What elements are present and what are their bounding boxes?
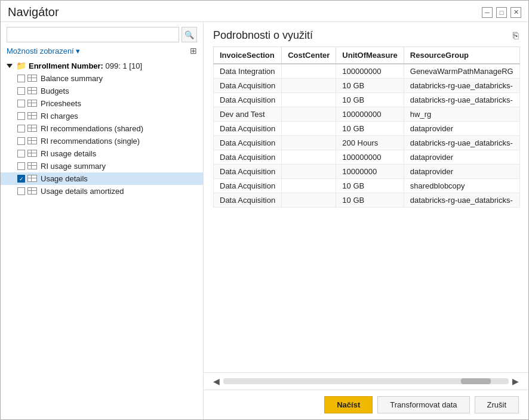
tree-items: Balance summaryBudgetsPricesheetsRI char… <box>1 72 203 197</box>
item-label-ri-charges: RI charges <box>41 112 78 121</box>
checkbox-balance-summary[interactable] <box>17 75 25 82</box>
table-cell-r4-c2: 10 GB <box>336 122 404 136</box>
col-header-unitofmeasure: UnitOfMeasure <box>336 47 404 64</box>
table-cell-r1-c3: databricks-rg-uae_databricks- <box>404 79 519 93</box>
table-cell-r6-c2: 100000000 <box>336 150 404 165</box>
tree-item-balance-summary[interactable]: Balance summary <box>1 72 203 85</box>
options-label[interactable]: Možnosti zobrazení ▾ <box>7 47 80 55</box>
table-cell-r0-c2: 100000000 <box>336 64 404 79</box>
item-label-ri-usage-summary: RI usage summary <box>41 162 106 171</box>
table-cell-r6-c0: Data Acquisition <box>214 150 282 165</box>
enrollment-root[interactable]: 📁 Enrollment Number: 099: 1 [10] <box>1 59 203 72</box>
search-button[interactable]: 🔍 <box>182 27 197 42</box>
export-icon[interactable]: ⎘ <box>513 30 519 41</box>
search-row: 🔍 <box>1 27 203 46</box>
tree-item-ri-recommendations-single[interactable]: RI recommendations (single) <box>1 135 203 147</box>
tree-item-usage-details-amortized[interactable]: Usage details amortized <box>1 185 203 197</box>
item-label-ri-recommendations-shared: RI recommendations (shared) <box>41 124 143 133</box>
item-label-ri-usage-details: RI usage details <box>41 149 96 158</box>
table-cell-r2-c0: Data Acquisition <box>214 93 282 107</box>
checkbox-budgets[interactable] <box>17 87 25 95</box>
table-cell-r6-c3: dataprovider <box>404 150 519 165</box>
enrollment-label: Enrollment Number: 099: 1 [10] <box>29 61 142 70</box>
table-cell-r0-c1 <box>282 64 336 79</box>
checkbox-ri-usage-summary[interactable] <box>17 162 25 170</box>
table-icon <box>27 162 38 170</box>
table-wrapper[interactable]: InvoiceSectionCostCenterUnitOfMeasureRes… <box>204 47 528 372</box>
table-cell-r3-c1 <box>282 107 336 122</box>
table-icon <box>27 150 38 158</box>
scroll-right-arrow[interactable]: ▶ <box>512 376 519 386</box>
checkbox-usage-details[interactable]: ✓ <box>17 175 25 183</box>
table-row: Data Acquisition10 GBdatabricks-rg-uae_d… <box>214 93 520 107</box>
right-panel: Podrobnosti o využití ⎘ InvoiceSectionCo… <box>204 22 528 419</box>
checkbox-usage-details-amortized[interactable] <box>17 187 25 195</box>
options-row: Možnosti zobrazení ▾ ⊞ <box>1 46 203 59</box>
table-cell-r8-c1 <box>282 179 336 193</box>
col-header-resourcegroup: ResourceGroup <box>404 47 519 64</box>
table-cell-r5-c0: Data Acquisition <box>214 136 282 150</box>
table-cell-r8-c3: sharedblobcopy <box>404 179 519 193</box>
table-row: Data Acquisition100000000dataprovider <box>214 150 520 165</box>
tree-item-pricesheets[interactable]: Pricesheets <box>1 97 203 110</box>
tree-item-ri-usage-details[interactable]: RI usage details <box>1 147 203 160</box>
table-row: Data Acquisition10 GBdatabricks-rg-uae_d… <box>214 193 520 208</box>
item-label-usage-details: Usage details <box>41 174 88 183</box>
tree-item-usage-details[interactable]: ✓Usage details <box>1 172 203 185</box>
table-cell-r0-c0: Data Integration <box>214 64 282 79</box>
table-cell-r8-c0: Data Acquisition <box>214 179 282 193</box>
minimize-button[interactable]: ─ <box>482 7 493 18</box>
table-cell-r1-c2: 10 GB <box>336 79 404 93</box>
table-row: Data Integration100000000GenevaWarmPathM… <box>214 64 520 79</box>
window-title: Navigátor <box>8 5 59 19</box>
item-label-balance-summary: Balance summary <box>41 74 103 83</box>
tree-item-ri-recommendations-shared[interactable]: RI recommendations (shared) <box>1 122 203 135</box>
table-cell-r0-c3: GenevaWarmPathManageRG <box>404 64 519 79</box>
table-cell-r7-c0: Data Acquisition <box>214 165 282 179</box>
table-icon <box>27 187 38 195</box>
table-cell-r7-c2: 10000000 <box>336 165 404 179</box>
scroll-left-arrow[interactable]: ◀ <box>213 376 220 386</box>
table-cell-r2-c3: databricks-rg-uae_databricks- <box>404 93 519 107</box>
checkbox-ri-charges[interactable] <box>17 112 25 120</box>
checkbox-ri-recommendations-single[interactable] <box>17 137 25 145</box>
item-label-budgets: Budgets <box>41 87 69 95</box>
checkbox-ri-usage-details[interactable] <box>17 150 25 158</box>
maximize-button[interactable]: □ <box>496 7 507 18</box>
options-icon[interactable]: ⊞ <box>190 46 197 55</box>
table-cell-r3-c2: 100000000 <box>336 107 404 122</box>
item-label-pricesheets: Pricesheets <box>41 99 81 108</box>
search-input[interactable] <box>7 27 179 42</box>
scroll-thumb <box>461 378 491 384</box>
checkbox-pricesheets[interactable] <box>17 100 25 107</box>
table-cell-r8-c2: 10 GB <box>336 179 404 193</box>
table-row: Data Acquisition10000000dataprovider <box>214 165 520 179</box>
navigator-window: Navigátor ─ □ ✕ 🔍 Možnosti zobrazení ▾ ⊞ <box>0 0 529 420</box>
table-cell-r4-c0: Data Acquisition <box>214 122 282 136</box>
table-icon <box>27 87 38 95</box>
tree-item-ri-usage-summary[interactable]: RI usage summary <box>1 160 203 172</box>
table-icon <box>27 75 38 82</box>
left-panel: 🔍 Možnosti zobrazení ▾ ⊞ 📁 Enrollment Nu… <box>1 22 204 419</box>
checkbox-ri-recommendations-shared[interactable] <box>17 125 25 132</box>
tree-item-budgets[interactable]: Budgets <box>1 85 203 97</box>
right-header: Podrobnosti o využití ⎘ <box>204 22 528 47</box>
table-cell-r9-c1 <box>282 193 336 208</box>
scroll-track[interactable] <box>223 378 509 384</box>
transform-button[interactable]: Transformovat data <box>377 396 469 413</box>
item-label-usage-details-amortized: Usage details amortized <box>41 187 124 196</box>
col-header-costcenter: CostCenter <box>282 47 336 64</box>
table-cell-r1-c1 <box>282 79 336 93</box>
tree-item-ri-charges[interactable]: RI charges <box>1 110 203 122</box>
tree-container: 📁 Enrollment Number: 099: 1 [10] Balance… <box>1 59 203 419</box>
data-table: InvoiceSectionCostCenterUnitOfMeasureRes… <box>213 47 520 208</box>
load-button[interactable]: Načíst <box>324 396 373 413</box>
cancel-button[interactable]: Zrušit <box>475 396 519 413</box>
right-title: Podrobnosti o využití <box>213 29 313 42</box>
close-button[interactable]: ✕ <box>510 7 521 18</box>
col-header-invoicesection: InvoiceSection <box>214 47 282 64</box>
table-cell-r1-c0: Data Acquisition <box>214 79 282 93</box>
folder-icon: 📁 <box>16 61 26 70</box>
table-body: Data Integration100000000GenevaWarmPathM… <box>214 64 520 208</box>
scrollbar-row: ◀ ▶ <box>204 372 528 390</box>
